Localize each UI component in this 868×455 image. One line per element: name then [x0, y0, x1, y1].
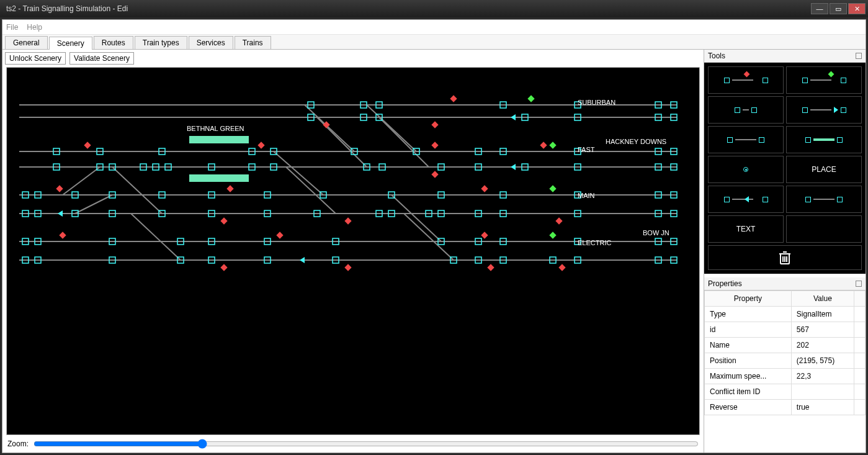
svg-line-17 [131, 214, 181, 260]
minimize-button[interactable]: — [811, 3, 828, 14]
tab-general[interactable]: General [5, 36, 48, 49]
tool-link[interactable] [708, 126, 784, 153]
tool-empty[interactable] [786, 215, 862, 243]
properties-col-value: Value [791, 291, 854, 307]
close-button[interactable]: ✕ [848, 3, 866, 14]
zoom-slider[interactable] [34, 439, 699, 449]
tab-bar: General Scenery Routes Train types Servi… [2, 35, 866, 50]
property-name: Conflict item ID [705, 384, 792, 400]
tool-signal-red[interactable] [708, 66, 784, 94]
tab-trains[interactable]: Trains [235, 36, 271, 49]
property-row[interactable]: TypeSignalItem [705, 307, 866, 322]
property-value[interactable]: 22,3 [791, 369, 854, 384]
svg-line-21 [404, 214, 454, 260]
tab-services[interactable]: Services [189, 36, 233, 49]
tool-text[interactable]: TEXT [708, 215, 784, 243]
svg-line-23 [75, 195, 112, 214]
properties-panel-title: Properties [708, 279, 742, 288]
track-svg [7, 68, 689, 390]
property-row[interactable]: Name202 [705, 338, 866, 353]
tools-palette: PLACE TEXT [708, 66, 862, 270]
window-title: ts2 - Train Signalling Simulation - Edi [2, 4, 811, 13]
menu-file[interactable]: File [6, 23, 18, 32]
label-electric: ELECTRIC [578, 239, 611, 246]
menubar: File Help [2, 20, 866, 35]
svg-line-12 [305, 105, 354, 151]
tools-panel-title: Tools [708, 52, 725, 60]
label-main: MAIN [578, 192, 595, 199]
trash-icon [777, 250, 792, 266]
property-value[interactable]: true [791, 400, 854, 415]
label-bow-jn: BOW JN [643, 229, 669, 237]
tab-routes[interactable]: Routes [94, 36, 133, 49]
properties-table: Property Value TypeSignalItemid567Name20… [704, 291, 866, 415]
label-fast: FAST [578, 146, 595, 153]
property-row[interactable]: Conflict item ID [705, 384, 866, 400]
svg-line-22 [63, 167, 100, 195]
tool-short-link[interactable] [708, 96, 784, 124]
platform-2 [189, 174, 249, 182]
tab-scenery[interactable]: Scenery [49, 37, 92, 50]
unlock-scenery-button[interactable]: Unlock Scenery [5, 52, 66, 65]
property-value[interactable]: SignalItem [791, 307, 854, 322]
property-row[interactable]: Maximum spee...22,3 [705, 369, 866, 384]
maximize-button[interactable]: ▭ [830, 3, 847, 14]
property-name: Maximum spee... [705, 369, 792, 384]
property-value[interactable]: 567 [791, 322, 854, 338]
property-value[interactable]: (2195, 575) [791, 353, 854, 369]
titlebar: ts2 - Train Signalling Simulation - Edi … [0, 0, 868, 17]
tool-signal-green[interactable] [786, 66, 862, 94]
property-value[interactable] [791, 384, 854, 400]
svg-line-20 [391, 195, 441, 241]
scenery-canvas[interactable]: BETHNAL GREEN SUBURBAN HACKNEY DOWNS FAS… [6, 67, 700, 435]
property-name: id [705, 322, 792, 338]
undock-tools-icon[interactable] [856, 53, 862, 59]
tool-point-detector[interactable] [708, 156, 784, 183]
property-name: Position [705, 353, 792, 369]
svg-line-14 [367, 105, 416, 151]
tool-plain-link[interactable] [786, 186, 862, 213]
svg-line-19 [286, 167, 336, 214]
validate-scenery-button[interactable]: Validate Scenery [69, 52, 134, 65]
property-value[interactable]: 202 [791, 338, 854, 353]
property-name: Reverse [705, 400, 792, 415]
property-row[interactable]: Position(2195, 575) [705, 353, 866, 369]
svg-line-16 [112, 167, 162, 214]
property-name: Type [705, 307, 792, 322]
zoom-label: Zoom: [7, 439, 29, 448]
svg-line-15 [379, 117, 429, 167]
tool-delete[interactable] [708, 245, 862, 270]
properties-col-property: Property [705, 291, 792, 307]
property-row[interactable]: id567 [705, 322, 866, 338]
tool-platform[interactable] [786, 126, 862, 153]
tab-train-types[interactable]: Train types [135, 36, 187, 49]
tool-dir-arrow[interactable] [786, 96, 862, 124]
svg-line-18 [274, 151, 323, 195]
property-row[interactable]: Reversetrue [705, 400, 866, 415]
label-hackney-downs: HACKNEY DOWNS [606, 138, 666, 145]
property-name: Name [705, 338, 792, 353]
platform-1 [189, 136, 249, 143]
undock-properties-icon[interactable] [856, 281, 862, 287]
tool-place[interactable]: PLACE [786, 156, 862, 183]
menu-help[interactable]: Help [27, 23, 42, 32]
label-bethnal-green: BETHNAL GREEN [187, 125, 244, 132]
tool-rev-arrow[interactable] [708, 186, 784, 213]
label-suburban: SUBURBAN [578, 99, 615, 106]
